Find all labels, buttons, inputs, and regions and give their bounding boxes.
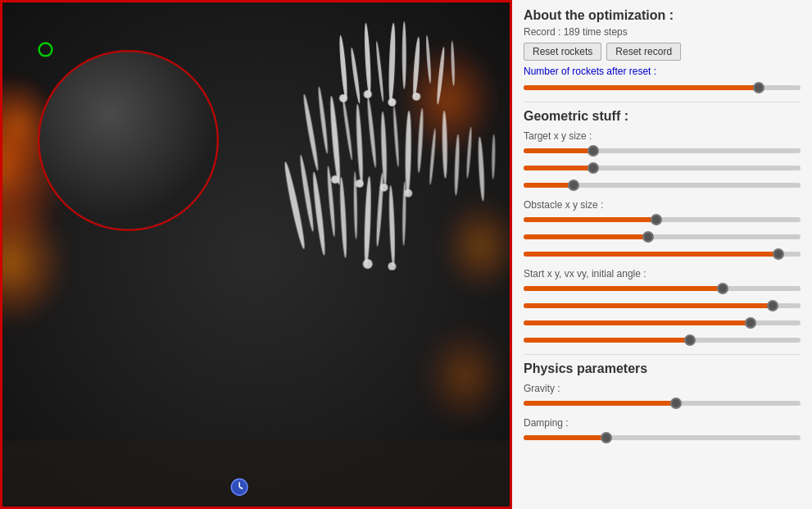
svg-point-45 [339, 94, 347, 102]
svg-point-58 [39, 43, 52, 57]
obstacle-z-track [524, 252, 801, 257]
svg-point-29 [429, 128, 437, 184]
divider-2 [524, 354, 801, 355]
svg-point-18 [451, 40, 456, 86]
svg-point-38 [326, 166, 337, 237]
target-size-label: Target x y size : [524, 130, 801, 142]
svg-point-20 [317, 86, 329, 154]
svg-point-21 [329, 96, 342, 185]
obstacle-size-label: Obstacle x y size : [524, 199, 801, 211]
svg-point-16 [425, 35, 432, 84]
start-x-slider-container [524, 281, 801, 296]
record-text: Record : 189 time steps [524, 26, 801, 38]
target-z-track [524, 183, 801, 188]
target-y-slider-container [524, 161, 801, 175]
svg-point-17 [436, 46, 446, 104]
svg-point-37 [311, 171, 327, 256]
svg-line-61 [239, 487, 243, 489]
start-vy-slider-container [524, 316, 801, 330]
start-vy-track [524, 320, 801, 325]
svg-point-32 [465, 126, 472, 179]
svg-point-48 [412, 93, 420, 101]
svg-rect-0 [2, 2, 510, 507]
button-row: Reset rockets Reset record [524, 43, 801, 61]
svg-point-12 [375, 41, 385, 102]
geometric-section: Geometric stuff : Target x y size : O [524, 109, 801, 348]
svg-point-52 [404, 189, 412, 198]
obstacle-z-slider-container [524, 247, 801, 261]
rockets-after-reset-label: Number of rockets after reset : [524, 66, 801, 77]
geometric-title: Geometric stuff : [524, 109, 801, 124]
svg-point-5 [2, 75, 59, 173]
start-angle-slider-container [524, 333, 801, 348]
reset-rockets-button[interactable]: Reset rockets [524, 43, 601, 61]
svg-point-28 [416, 108, 424, 173]
svg-point-19 [302, 93, 320, 171]
start-vx-track [524, 303, 801, 308]
svg-point-35 [282, 161, 306, 249]
svg-point-4 [2, 198, 67, 327]
svg-point-9 [338, 35, 349, 100]
start-vx-slider-container [524, 298, 801, 313]
controls-panel: About the optimization : Record : 189 ti… [512, 0, 812, 509]
physics-section: Physics parameters Gravity : Damping : [524, 361, 801, 445]
rockets-after-reset-slider-container [524, 80, 801, 95]
svg-point-13 [388, 23, 396, 104]
svg-point-56 [39, 51, 218, 230]
svg-point-15 [412, 36, 421, 98]
svg-point-26 [392, 106, 400, 167]
svg-point-41 [363, 176, 372, 267]
svg-point-30 [442, 111, 447, 179]
gravity-label: Gravity : [524, 383, 801, 394]
svg-point-11 [363, 23, 372, 96]
divider-1 [524, 102, 801, 102]
svg-point-22 [341, 96, 353, 161]
damping-label: Damping : [524, 417, 801, 429]
svg-point-57 [40, 52, 217, 229]
target-x-track [524, 148, 801, 153]
svg-point-34 [492, 134, 496, 180]
svg-point-14 [402, 21, 406, 89]
svg-point-3 [2, 75, 67, 254]
svg-point-44 [402, 181, 406, 246]
svg-rect-1 [2, 441, 510, 507]
svg-point-62 [231, 479, 247, 495]
svg-point-31 [454, 134, 460, 195]
svg-point-59 [231, 479, 247, 495]
start-x-track [524, 286, 801, 291]
svg-point-36 [298, 154, 315, 232]
svg-point-7 [441, 198, 510, 295]
target-z-slider-container [524, 178, 801, 193]
svg-point-47 [388, 98, 396, 107]
svg-point-50 [356, 180, 364, 188]
svg-point-39 [338, 177, 347, 258]
svg-point-24 [366, 97, 378, 168]
svg-point-23 [355, 104, 364, 185]
target-y-track [524, 166, 801, 170]
svg-point-10 [350, 47, 362, 103]
svg-point-51 [380, 184, 388, 192]
svg-point-55 [39, 51, 218, 230]
reset-record-button[interactable]: Reset record [606, 43, 681, 61]
gravity-slider-container [524, 396, 801, 411]
optimization-section: About the optimization : Record : 189 ti… [524, 8, 801, 95]
target-x-slider-container [524, 143, 801, 158]
obstacle-y-track [524, 234, 801, 239]
physics-title: Physics parameters [524, 361, 801, 376]
rockets-after-reset-track [524, 85, 801, 90]
svg-point-27 [405, 111, 412, 195]
svg-point-54 [388, 262, 396, 270]
damping-slider-container [524, 430, 801, 445]
svg-point-42 [375, 172, 384, 247]
svg-point-53 [363, 259, 373, 269]
svg-point-33 [477, 136, 485, 201]
optimization-title: About the optimization : [524, 8, 801, 23]
obstacle-y-slider-container [524, 230, 801, 244]
start-label: Start x y, vx vy, initial angle : [524, 268, 801, 279]
simulation-panel [0, 0, 512, 509]
svg-point-40 [353, 171, 357, 239]
obstacle-x-slider-container [524, 212, 801, 227]
svg-point-46 [364, 90, 372, 98]
svg-point-49 [331, 175, 339, 184]
svg-point-6 [400, 43, 497, 157]
